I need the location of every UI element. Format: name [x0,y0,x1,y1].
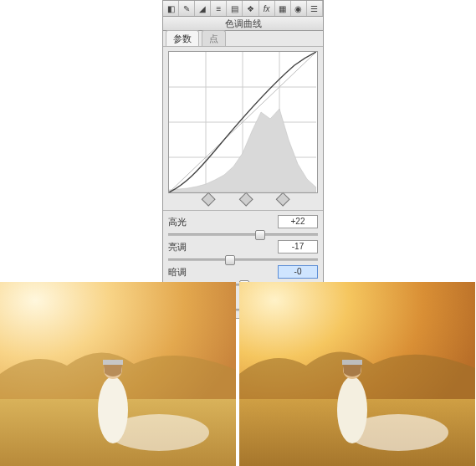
svg-point-16 [337,376,367,443]
value-lights[interactable]: -17 [278,240,318,253]
region-marker-shadows[interactable] [201,192,215,207]
photo-after [239,282,475,466]
svg-point-10 [98,376,128,443]
camera-icon[interactable]: ◉ [291,1,307,16]
label-highlights: 高光 [168,216,197,228]
svg-rect-12 [103,360,123,365]
photo-before [0,282,236,466]
svg-rect-18 [342,360,362,365]
panel-toolbar: ◧ ✎ ◢ ≡ ▤ ❖ fx ▦ ◉ ☰ [163,1,323,17]
label-lights: 亮调 [168,241,197,253]
panel-title: 色调曲线 [163,17,323,31]
fx-icon[interactable]: fx [259,1,275,16]
comparison-photos [0,282,476,466]
wb-icon[interactable]: ◢ [195,1,211,16]
tab-parametric[interactable]: 参数 [166,30,199,46]
region-marker-highlights[interactable] [276,192,290,207]
row-lights: 亮调 -17 [168,240,318,253]
row-highlights: 高光 +22 [168,215,318,228]
label-darks: 暗调 [168,266,197,279]
slider-lights[interactable] [168,255,318,264]
eyedropper-icon[interactable]: ✎ [179,1,195,16]
horizon-icon[interactable]: ≡ [211,1,227,16]
value-highlights[interactable]: +22 [278,215,318,228]
thumb-lights[interactable] [225,255,235,265]
thumb-highlights[interactable] [255,230,265,240]
tone-curve-panel: ◧ ✎ ◢ ≡ ▤ ❖ fx ▦ ◉ ☰ 色调曲线 参数 点 [162,0,324,319]
presets-icon[interactable]: ☰ [307,1,323,16]
tab-point[interactable]: 点 [202,30,226,46]
region-marker-mid[interactable] [238,192,253,207]
crop-icon[interactable]: ◧ [163,1,179,16]
curve-graph[interactable] [168,51,318,193]
slider-highlights[interactable] [168,230,318,238]
region-split-row [168,197,318,207]
tone-icon[interactable]: ▤ [227,1,243,16]
lens-icon[interactable]: ▦ [275,1,291,16]
detail-icon[interactable]: ❖ [243,1,258,16]
value-darks[interactable]: -0 [278,265,318,279]
tab-bar: 参数 点 [163,31,323,47]
row-darks: 暗调 -0 [168,265,318,279]
